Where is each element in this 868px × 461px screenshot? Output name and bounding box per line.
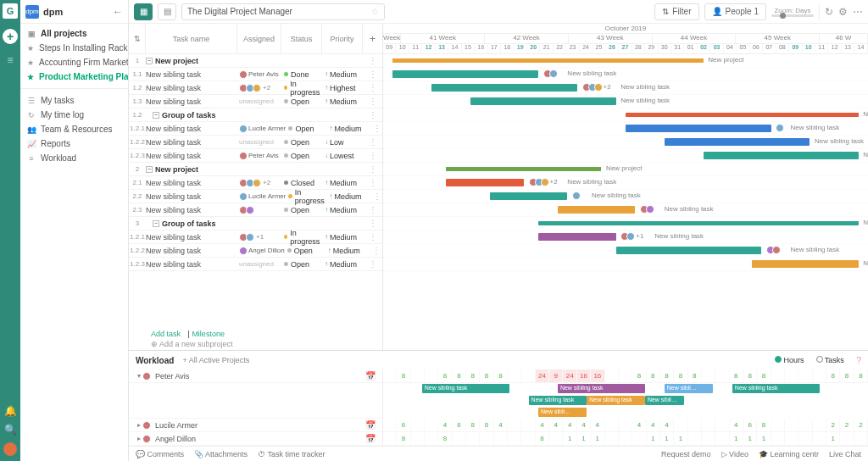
sidebar-project-1[interactable]: ★Accounting Firm Marketing… [20, 55, 128, 69]
col-assigned[interactable]: Assigned [237, 24, 281, 53]
add-subproject-link[interactable]: ⊕ Add a new subproject [151, 340, 382, 348]
workload-task-bar[interactable]: New sibling task [732, 384, 820, 393]
task-row[interactable]: 1.2.2 New sibling task unassigned Open ↓… [129, 136, 382, 149]
task-row[interactable]: 1.2.1 New sibling task +1 In progress ↑M… [129, 230, 382, 244]
task-row[interactable]: 1.2.2 New sibling task Angel Dillon Open… [129, 244, 382, 258]
gantt-bar[interactable] [704, 152, 859, 159]
live-chat-link[interactable]: Live Chat [829, 450, 861, 458]
sort-icon[interactable]: ⇅ [129, 24, 146, 53]
task-row[interactable]: 1 −New project ⋮ [129, 54, 382, 68]
task-row[interactable]: 3 −Group of tasks ⋮ [129, 217, 382, 230]
task-row[interactable]: 1.1 New sibling task Peter Avis Done ↑Me… [129, 68, 382, 81]
calendar-icon[interactable]: 📅 [365, 420, 376, 430]
gantt-bar[interactable] [392, 58, 703, 63]
gantt-bar[interactable] [490, 192, 568, 200]
app-logo[interactable]: G [3, 3, 18, 19]
attachments-tab[interactable]: 📎 Attachments [194, 450, 248, 458]
more-icon[interactable]: ⋯ [853, 6, 863, 18]
comments-tab[interactable]: 💬 Comments [136, 450, 184, 458]
bar-label: New sibling task [790, 124, 839, 131]
settings-icon[interactable]: ⚙ [838, 6, 848, 18]
task-row[interactable]: 2 −New project ⋮ [129, 163, 382, 176]
history-icon[interactable]: ↻ [825, 6, 833, 18]
workload-task-bar[interactable]: New sibling task [422, 384, 509, 393]
task-row[interactable]: 1.2.3 New sibling task Peter Avis Open ↓… [129, 149, 382, 163]
gantt-bar[interactable] [626, 125, 771, 132]
workspace-switcher[interactable]: dpm dpm ← [20, 0, 128, 24]
people-button[interactable]: 👤People 1 [704, 3, 766, 20]
video-link[interactable]: ▷ Video [721, 450, 748, 458]
gantt-bar[interactable] [392, 70, 538, 78]
task-row[interactable]: 1.2.3 New sibling task unassigned Open ↑… [129, 258, 382, 271]
workload-task-bar[interactable]: New sibli… [665, 384, 713, 393]
gantt-bar[interactable] [752, 260, 859, 268]
user-avatar[interactable] [3, 442, 17, 456]
task-row[interactable]: 2.3 New sibling task Open ↑Medium ⋮ [129, 203, 382, 217]
task-row[interactable]: 1.3 New sibling task unassigned Open ↑Me… [129, 95, 382, 108]
request-demo-link[interactable]: Request demo [661, 450, 711, 458]
task-row[interactable]: 2.1 New sibling task +2 Closed ↑Medium ⋮ [129, 176, 382, 190]
add-task-link[interactable]: Add task [151, 330, 181, 338]
main-area: ▦ ▤ The Digital Project Manager ☆ ⇅Filte… [129, 0, 868, 461]
project-title-input[interactable]: The Digital Project Manager ☆ [181, 3, 385, 20]
sidebar-project-2[interactable]: ★Product Marketing Plan Te… [20, 69, 128, 84]
help-icon[interactable]: ? [856, 355, 861, 365]
workload-filter[interactable]: + All Active Projects [182, 356, 249, 364]
add-column-button[interactable]: + [363, 24, 383, 53]
add-milestone-link[interactable]: Milestone [192, 330, 225, 338]
sidebar-team[interactable]: 👥Team & Resources [20, 122, 128, 136]
calendar-icon[interactable]: 📅 [365, 434, 376, 443]
workload-task-bar[interactable]: New sibli… [645, 396, 684, 405]
gantt-bar[interactable] [616, 247, 762, 254]
workload-person-row[interactable]: ▸Lucile Armer📅 [129, 419, 382, 432]
gantt-bar[interactable] [558, 206, 636, 214]
workload-task-bar[interactable]: New sibling task [587, 396, 645, 405]
menu-icon[interactable]: ≡ [7, 54, 13, 66]
timeline-day: 08 [776, 44, 789, 54]
filter-button[interactable]: ⇅Filter [654, 3, 698, 20]
task-row[interactable]: 2.2 New sibling task Lucile Armer In pro… [129, 190, 382, 203]
search-icon[interactable]: 🔍 [4, 424, 17, 436]
board-view-button[interactable]: ▤ [158, 3, 176, 20]
learning-link[interactable]: 🎓 Learning centr [759, 450, 819, 458]
star-icon[interactable]: ☆ [371, 7, 379, 16]
gantt-bar[interactable] [470, 97, 616, 105]
sidebar-workload[interactable]: ≡Workload [20, 151, 128, 165]
col-status[interactable]: Status [281, 24, 322, 53]
workload-tasks-radio[interactable]: Tasks [816, 356, 844, 364]
timeline-day: 14 [854, 44, 867, 54]
workload-person-row[interactable]: ▾Peter Avis📅 [129, 369, 382, 383]
create-button[interactable]: + [3, 29, 18, 44]
col-priority[interactable]: Priority [322, 24, 363, 53]
sidebar-my-tasks[interactable]: ☰My tasks [20, 93, 128, 108]
timeline-week: 44 Week [653, 34, 737, 43]
gantt-bar[interactable] [538, 233, 616, 241]
gantt-bar[interactable] [626, 113, 859, 117]
workload-person-row[interactable]: ▸Angel Dillon📅 [129, 432, 382, 446]
gantt-bar[interactable] [665, 138, 810, 146]
zoom-slider[interactable] [771, 14, 814, 17]
timeline-day: 29 [645, 44, 658, 54]
task-row[interactable]: 1.2 −Group of tasks ⋮ [129, 108, 382, 122]
workload-task-bar[interactable]: New sibling task [529, 396, 587, 405]
gantt-bar[interactable] [431, 84, 577, 92]
gantt-bar[interactable] [446, 179, 524, 186]
sidebar-time-log[interactable]: ↻My time log [20, 108, 128, 122]
workload-task-bar[interactable]: New sibling task [558, 384, 645, 393]
workload-hours-radio[interactable]: Hours [775, 356, 804, 364]
calendar-icon[interactable]: 📅 [365, 371, 376, 380]
gantt-bar[interactable] [446, 167, 601, 171]
workload-task-bar[interactable]: New sibli… [538, 408, 587, 417]
time-tracker-tab[interactable]: ⏱ Task time tracker [258, 450, 325, 458]
task-row[interactable]: 1.2 New sibling task +2 In progress ↑Hig… [129, 81, 382, 95]
bell-icon[interactable]: 🔔 [4, 405, 17, 417]
gantt-view-button[interactable]: ▦ [134, 3, 153, 20]
back-icon[interactable]: ← [113, 6, 123, 18]
col-task-name[interactable]: Task name [146, 24, 237, 53]
task-row[interactable]: 1.2.1 New sibling task Lucile Armer Open… [129, 122, 382, 136]
sidebar-all-projects[interactable]: ▣All projects [20, 26, 128, 41]
timeline-day: 11 [815, 44, 828, 54]
gantt-bar[interactable] [538, 221, 859, 225]
sidebar-reports[interactable]: 📈Reports [20, 136, 128, 151]
sidebar-project-0[interactable]: ★Steps In Installing Rack Mo… [20, 41, 128, 55]
